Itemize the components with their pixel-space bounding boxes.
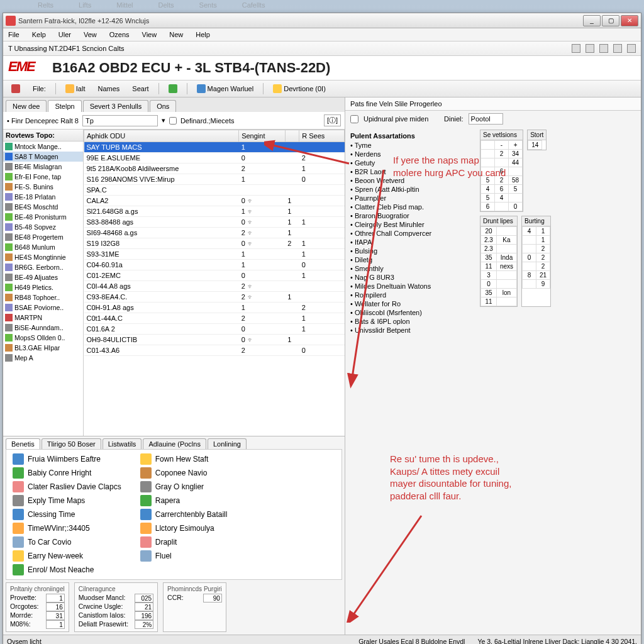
- menu-uler[interactable]: Uler: [56, 30, 74, 40]
- assoc-item[interactable]: Getuty: [350, 158, 472, 167]
- def-checkbox[interactable]: [169, 117, 177, 125]
- table-row[interactable]: C01.6A 201: [84, 324, 345, 335]
- btab-4[interactable]: Lonlining: [208, 438, 247, 449]
- assoc-item[interactable]: Tyme: [350, 141, 472, 150]
- tree-item[interactable]: Mntock Mange..: [3, 142, 83, 152]
- quick-link[interactable]: Exply Time Maps: [13, 495, 121, 506]
- table-row[interactable]: C93-8EA4.C.2 ᯤ1: [84, 292, 345, 303]
- btab-2[interactable]: Listwatils: [103, 438, 142, 449]
- assoc-item[interactable]: Nag G 8UR3: [350, 273, 472, 282]
- table-row[interactable]: C0H-91.A8 ags12: [84, 303, 345, 313]
- tree-item[interactable]: RB48 Tophoer..: [3, 292, 83, 303]
- data-grid[interactable]: Aphidk ODUSengintR SeesSAY TUPB MACS199E…: [84, 130, 345, 436]
- assoc-item[interactable]: Smenthly: [350, 264, 472, 273]
- menu-file[interactable]: File: [6, 30, 22, 40]
- tree-item[interactable]: BE4S Moschtd: [3, 202, 83, 212]
- assoc-item[interactable]: Beoon Wretverd: [350, 176, 472, 185]
- assoc-item[interactable]: Spren (Aatt Altki-pltin: [350, 185, 472, 194]
- quick-link[interactable]: Babiy Conre Hright: [13, 467, 121, 479]
- table-row[interactable]: S19 I32G80 ᯤ21: [84, 238, 345, 249]
- tab-2[interactable]: Severt 3 Penlulls: [83, 100, 149, 112]
- table-row[interactable]: C0t1-44A.C21: [84, 313, 345, 324]
- quick-link[interactable]: Clater Rasliev Davie Clapcs: [13, 481, 121, 492]
- assoc-item[interactable]: Paurnpller: [350, 194, 472, 203]
- help-button[interactable]: [ⓘ]: [324, 114, 341, 126]
- table-row[interactable]: SPA.C: [84, 185, 345, 196]
- assoc-item[interactable]: Braron Buogratior: [350, 211, 472, 220]
- magen-button[interactable]: Magen Warluel: [192, 82, 258, 95]
- tree-item[interactable]: BSAE Poviorne..: [3, 303, 83, 313]
- quick-link[interactable]: Enrol/ Most Neache: [13, 564, 121, 575]
- quick-link[interactable]: TimeWVinr;:34405: [13, 523, 121, 534]
- file-tool-button[interactable]: File:: [28, 83, 50, 94]
- assoc-item[interactable]: Bulsing: [350, 247, 472, 255]
- close-button[interactable]: ✕: [621, 15, 638, 26]
- table-row[interactable]: C04-60.91a10: [84, 260, 345, 270]
- tree-item[interactable]: BE48 Progertem: [3, 232, 83, 242]
- btab-3[interactable]: Adlauine (Poclns: [143, 438, 206, 449]
- seart-button[interactable]: Seart: [128, 83, 153, 94]
- tree-item[interactable]: Efr-EI Fone, tap: [3, 172, 83, 182]
- tree-item[interactable]: BE4E Mislagran: [3, 162, 83, 172]
- table-row[interactable]: SI69-48468 a.gs2 ᯤ1: [84, 228, 345, 238]
- quick-link[interactable]: Earry New-week: [13, 550, 121, 562]
- tree-item[interactable]: FE-S. Bunins: [3, 182, 83, 192]
- tree-item[interactable]: B5-48 Sopvez: [3, 222, 83, 232]
- assoc-item[interactable]: B2R Laort: [350, 167, 472, 176]
- pool-input[interactable]: [469, 113, 503, 125]
- assoc-item[interactable]: Ohliiscobl (Msrfenten): [350, 308, 472, 317]
- menu-help[interactable]: Help: [193, 30, 213, 40]
- tree-item[interactable]: Mep A: [3, 353, 83, 363]
- tree-item[interactable]: BiSE-Aunndam..: [3, 323, 83, 333]
- tree-item[interactable]: BE-18 Prlatan: [3, 192, 83, 202]
- assoc-item[interactable]: Univsslidr Betpent: [350, 326, 472, 335]
- table-row[interactable]: C01-43.A620: [84, 345, 345, 356]
- assoc-item[interactable]: Clatter Cleb Pisd map.: [350, 203, 472, 211]
- table-row[interactable]: SAY TUPB MACS1: [84, 142, 345, 153]
- tab-3[interactable]: Ons: [150, 100, 176, 112]
- quick-link[interactable]: Fown Hew Staft: [140, 453, 228, 465]
- assoc-item[interactable]: Diletg: [350, 255, 472, 264]
- quick-link[interactable]: Llctory Esimoulya: [140, 523, 228, 534]
- filter-dropdown[interactable]: [82, 115, 158, 126]
- table-row[interactable]: S93-31ME11: [84, 249, 345, 260]
- maximize-button[interactable]: ▢: [602, 15, 619, 26]
- quick-link[interactable]: Carrerchtenbly Bataill: [140, 509, 228, 520]
- grid-icon[interactable]: [613, 44, 622, 53]
- ialt-button[interactable]: Ialt: [61, 82, 90, 95]
- tree-item[interactable]: SA8 T Moagen: [3, 152, 83, 162]
- phone-icon[interactable]: [572, 44, 580, 53]
- menu-ozens[interactable]: Ozens: [107, 30, 132, 40]
- close-tool-button[interactable]: [7, 82, 25, 95]
- assoc-item[interactable]: Cleirgoly Best Miruhler: [350, 220, 472, 229]
- tree-item[interactable]: B648 Munlum: [3, 242, 83, 252]
- table-row[interactable]: C01-2EMC01: [84, 270, 345, 281]
- tree-item[interactable]: BE-48 Pronisturm: [3, 212, 83, 222]
- btab-0[interactable]: Benetis: [6, 438, 40, 449]
- user-icon[interactable]: [586, 44, 594, 53]
- tree-item[interactable]: BE-49 Aljuates: [3, 272, 83, 282]
- quick-link[interactable]: To Car Covio: [13, 536, 121, 548]
- table-row[interactable]: S16 298ANOMS VIVE:Mirup10: [84, 174, 345, 185]
- table-row[interactable]: OH9-84ULICTIB0 ᯤ1: [84, 335, 345, 345]
- table-row[interactable]: 9t5 218A/Koob8 Aldilweersme21: [84, 164, 345, 174]
- doc-icon[interactable]: [599, 44, 608, 53]
- menu-kelp[interactable]: Kelp: [30, 30, 48, 40]
- tree-item[interactable]: H649 Pletics.: [3, 282, 83, 292]
- table-row[interactable]: S83-88488 ags0 ᯤ11: [84, 217, 345, 228]
- names-button[interactable]: Names: [93, 83, 124, 94]
- assoc-item[interactable]: IfAPA: [350, 238, 472, 247]
- star-icon[interactable]: [627, 44, 636, 53]
- devt-button[interactable]: Devrtione (0I): [269, 82, 330, 95]
- btab-1[interactable]: Tlirigo 50 Boser: [42, 438, 101, 449]
- assoc-item[interactable]: Bats & I6PL oplon: [350, 317, 472, 326]
- menu-vew[interactable]: Vew: [81, 30, 99, 40]
- tree-item[interactable]: BR6G. Eerborn..: [3, 262, 83, 272]
- tab-0[interactable]: New dee: [6, 100, 47, 112]
- table-row[interactable]: CALA20 ᯤ1: [84, 196, 345, 206]
- quick-link[interactable]: Gray O knglier: [140, 481, 228, 492]
- tree-item[interactable]: BL3.GAE HIpar: [3, 343, 83, 353]
- tab-1[interactable]: Stelpn: [48, 100, 81, 112]
- assoc-item[interactable]: Othrer Chall Compvercer: [350, 229, 472, 238]
- quick-link[interactable]: Fluel: [140, 550, 228, 562]
